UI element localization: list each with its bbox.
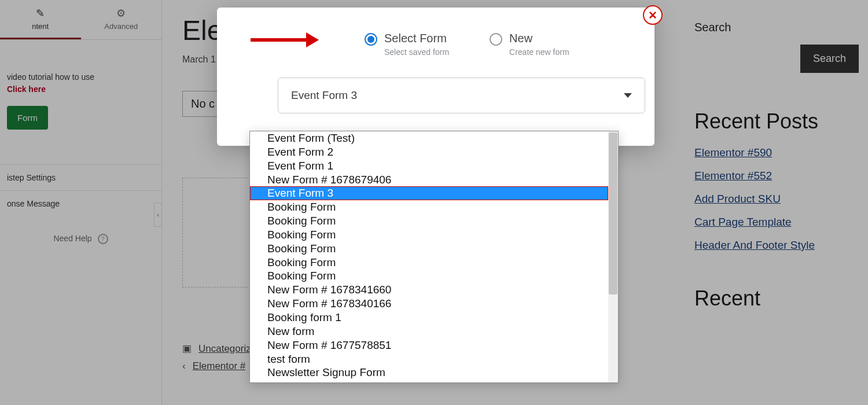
scrollbar-track[interactable]: [608, 131, 618, 382]
form-option[interactable]: New Form # 1677578851: [250, 338, 608, 352]
radio-new-sub: Create new form: [509, 47, 569, 57]
options-scroll-area[interactable]: Event Form (Test)Event Form 2Event Form …: [250, 131, 608, 382]
form-option[interactable]: Booking Form: [250, 228, 608, 242]
close-icon: ✕: [648, 9, 657, 22]
radio-select-sub: Select saved form: [384, 47, 449, 57]
form-option[interactable]: Event Form (Test): [250, 131, 608, 145]
radio-new-title: New: [509, 32, 569, 45]
form-select-dropdown[interactable]: Event Form 3: [278, 78, 645, 113]
scrollbar-thumb[interactable]: [609, 132, 617, 294]
caret-down-icon: [624, 93, 632, 98]
form-options-listbox: Event Form (Test)Event Form 2Event Form …: [249, 131, 619, 383]
form-option[interactable]: contact form: [250, 380, 608, 382]
form-option[interactable]: Booking Form: [250, 269, 608, 283]
form-option[interactable]: New Form # 1678341660: [250, 283, 608, 297]
close-button[interactable]: ✕: [643, 5, 663, 25]
form-option[interactable]: New Form # 1678340166: [250, 297, 608, 311]
form-option[interactable]: Event Form 3: [250, 186, 608, 200]
radio-select-form[interactable]: Select Form Select saved form: [365, 32, 449, 57]
form-option[interactable]: Event Form 2: [250, 145, 608, 159]
form-select-modal: ✕ Select Form Select saved form New Crea…: [217, 8, 654, 146]
form-option[interactable]: Booking Form: [250, 200, 608, 214]
form-option[interactable]: Newsletter Signup Form: [250, 366, 608, 380]
form-option[interactable]: Booking Form: [250, 256, 608, 270]
form-option[interactable]: Booking Form: [250, 214, 608, 228]
form-option[interactable]: New form: [250, 325, 608, 338]
select-current-value: Event Form 3: [291, 89, 357, 102]
form-option[interactable]: New Form # 1678679406: [250, 173, 608, 187]
form-option[interactable]: test form: [250, 352, 608, 366]
mode-radios: Select Form Select saved form New Create…: [365, 32, 626, 57]
radio-icon: [365, 33, 377, 46]
radio-new-form[interactable]: New Create new form: [490, 32, 569, 57]
radio-select-title: Select Form: [384, 32, 449, 45]
form-option[interactable]: Booking form 1: [250, 311, 608, 325]
form-option[interactable]: Event Form 1: [250, 159, 608, 173]
radio-icon: [490, 33, 502, 46]
callout-arrow: [251, 32, 319, 47]
form-option[interactable]: Booking Form: [250, 242, 608, 256]
